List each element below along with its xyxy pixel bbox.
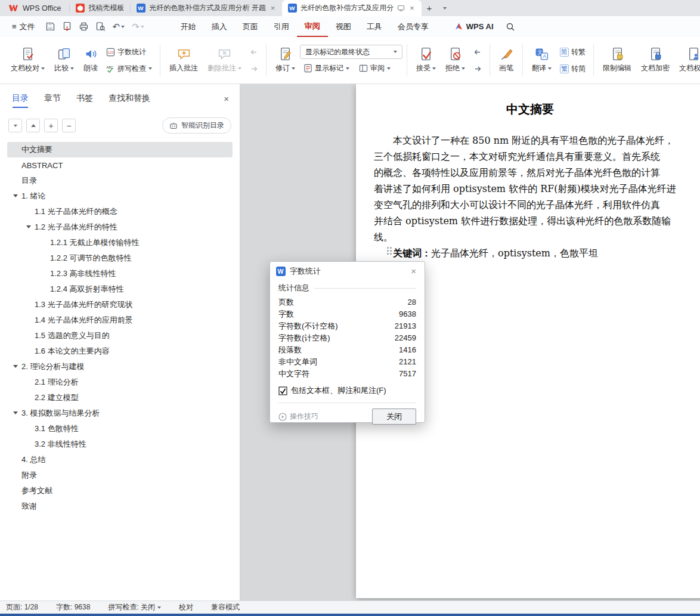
collapse-arrow-icon[interactable]	[26, 225, 31, 228]
zoom-in-level-button[interactable]: +	[44, 119, 58, 132]
translate-button[interactable]: 文A 翻译	[527, 44, 556, 76]
markup-state-select[interactable]: 显示标记的最终状态	[300, 45, 402, 59]
reject-button[interactable]: 拒绝	[441, 44, 470, 76]
tab-document-1[interactable]: W 光纤的色散补偿方式及应用分析 开题 ×	[131, 0, 282, 16]
expand-all-button[interactable]	[8, 119, 22, 132]
toc-item[interactable]: 参考文献	[0, 483, 240, 499]
accept-button[interactable]: 接受	[411, 44, 441, 76]
tab-reference[interactable]: 引用	[266, 16, 297, 37]
word-count-button[interactable]: 123 字数统计	[103, 45, 156, 60]
new-tab-button[interactable]: +	[422, 0, 437, 16]
toc-item[interactable]: 1.2.1 无截止单模传输特性	[0, 235, 240, 250]
read-aloud-icon	[84, 47, 98, 61]
collapse-arrow-icon[interactable]	[13, 194, 18, 197]
zoom-out-level-button[interactable]: −	[62, 119, 76, 132]
restrict-edit-button[interactable]: 限制编辑	[598, 44, 636, 76]
collapse-arrow-icon[interactable]	[13, 411, 18, 414]
collapse-all-button[interactable]	[26, 119, 40, 132]
delete-comment-button[interactable]: 删除批注	[203, 44, 246, 76]
next-comment-button[interactable]	[246, 61, 262, 76]
tab-close-icon[interactable]: ×	[408, 3, 416, 13]
next-change-button[interactable]	[470, 61, 485, 76]
doc-proof-button[interactable]: 文档校对	[6, 44, 49, 76]
export-pdf-button[interactable]	[59, 16, 76, 37]
tab-page[interactable]: 页面	[235, 16, 266, 37]
toc-item[interactable]: 3.2 非线性特性	[0, 437, 240, 452]
compare-button[interactable]: 比较	[49, 44, 79, 76]
toc-item[interactable]: 1.6 本论文的主要内容	[0, 343, 240, 359]
tab-view[interactable]: 视图	[328, 16, 359, 37]
toc-item[interactable]: 2.2 建立模型	[0, 390, 240, 405]
prev-change-button[interactable]	[470, 45, 485, 60]
track-changes-button[interactable]: 修订	[271, 44, 300, 76]
toc-item[interactable]: 目录	[0, 173, 240, 188]
toc-item[interactable]: 1.1 光子晶体光纤的概念	[0, 204, 240, 219]
dialog-close-icon[interactable]: ×	[408, 265, 419, 277]
toc-item[interactable]: 中文摘要	[0, 142, 240, 157]
toc-item[interactable]: 1.2.3 高非线性特性	[0, 266, 240, 281]
print-preview-button[interactable]	[92, 16, 109, 37]
file-menu-button[interactable]: ≡ 文件	[5, 16, 42, 37]
prev-comment-button[interactable]	[246, 45, 262, 60]
tab-close-icon[interactable]: ×	[270, 3, 277, 13]
panel-close-icon[interactable]: ×	[224, 94, 229, 104]
spell-check-button[interactable]: ABC 拼写检查	[103, 61, 156, 76]
tab-list-dropdown[interactable]	[437, 0, 453, 16]
doc-permission-icon	[687, 47, 700, 61]
smart-toc-button[interactable]: 智能识别目录	[162, 117, 231, 134]
pen-button[interactable]: 画笔	[494, 44, 518, 76]
collapse-arrow-icon[interactable]	[13, 365, 18, 368]
status-spellcheck-toggle[interactable]: 拼写检查: 关闭	[108, 602, 161, 612]
status-page-indicator[interactable]: 页面: 1/28	[6, 602, 38, 612]
toc-item[interactable]: 1.2.2 可调节的色散特性	[0, 250, 240, 266]
panel-tab-contents[interactable]: 目录	[12, 93, 29, 104]
panel-tab-find-replace[interactable]: 查找和替换	[109, 93, 150, 104]
dialog-titlebar[interactable]: W 字数统计 ×	[270, 262, 425, 280]
review-pane-button[interactable]: 审阅	[355, 61, 394, 76]
insert-comment-button[interactable]: 插入批注	[165, 44, 203, 76]
doc-encrypt-button[interactable]: 文档加密	[636, 44, 674, 76]
tab-docer-template[interactable]: 找稿壳模板	[70, 0, 130, 16]
toc-item[interactable]: 1.3 光子晶体光纤的研究现状	[0, 297, 240, 312]
undo-button[interactable]: ↶	[109, 16, 129, 37]
toc-item[interactable]: 附录	[0, 468, 240, 483]
read-aloud-button[interactable]: 朗读	[79, 44, 103, 76]
show-markup-button[interactable]: 显示标记	[300, 61, 353, 76]
toc-item[interactable]: 3.1 色散特性	[0, 421, 240, 437]
toc-item[interactable]: ABSTRACT	[0, 157, 240, 173]
wps-home-button[interactable]: WPS Office	[0, 0, 69, 16]
redo-button[interactable]: ↷	[128, 16, 148, 37]
print-button[interactable]	[76, 16, 92, 37]
tab-member[interactable]: 会员专享	[390, 16, 436, 37]
toc-item[interactable]: 3. 模拟数据与结果分析	[0, 405, 240, 421]
save-button[interactable]	[42, 16, 59, 37]
tab-document-2-active[interactable]: W 光纤的色散补偿方式及应用分 ×	[282, 0, 422, 16]
search-button[interactable]	[501, 16, 520, 37]
toc-item[interactable]: 2.1 理论分析	[0, 374, 240, 390]
wps-ai-button[interactable]: WPS AI	[447, 16, 501, 37]
doc-permission-button[interactable]: 文档权限	[674, 44, 700, 76]
tab-insert[interactable]: 插入	[204, 16, 235, 37]
panel-tab-bookmarks[interactable]: 书签	[76, 93, 93, 104]
panel-tab-chapters[interactable]: 章节	[44, 93, 61, 104]
tab-review[interactable]: 审阅	[297, 16, 328, 37]
toc-item[interactable]: 2. 理论分析与建模	[0, 359, 240, 374]
status-word-count[interactable]: 字数: 9638	[56, 602, 90, 612]
tips-link[interactable]: 操作技巧	[278, 411, 318, 422]
toc-item[interactable]: 1. 绪论	[0, 188, 240, 204]
to-traditional-button[interactable]: 简 转繁	[556, 45, 589, 60]
toc-item[interactable]: 1.2 光子晶体光纤的特性	[0, 219, 240, 235]
toc-item[interactable]: 1.5 选题的意义与目的	[0, 328, 240, 343]
toc-item[interactable]: 4. 总结	[0, 452, 240, 468]
paragraph-drag-handle-icon[interactable]	[387, 247, 392, 255]
toc-item[interactable]: 1.4 光子晶体光纤的应用前景	[0, 312, 240, 328]
toc-item[interactable]: 1.2.4 高双折射率特性	[0, 281, 240, 297]
tab-tools[interactable]: 工具	[359, 16, 390, 37]
toc-item[interactable]: 致谢	[0, 499, 240, 514]
to-simplified-button[interactable]: 繁 转简	[556, 61, 589, 76]
dialog-close-button[interactable]: 关闭	[372, 408, 416, 425]
tab-home[interactable]: 开始	[173, 16, 204, 37]
include-textbox-checkbox[interactable]: 包括文本框、脚注和尾注(F)	[278, 385, 416, 396]
status-proofread-button[interactable]: 校对	[179, 602, 193, 612]
document-line: 的概念、各项特性以及应用前景等，然后对光子晶体光纤色散的计算	[374, 165, 686, 181]
